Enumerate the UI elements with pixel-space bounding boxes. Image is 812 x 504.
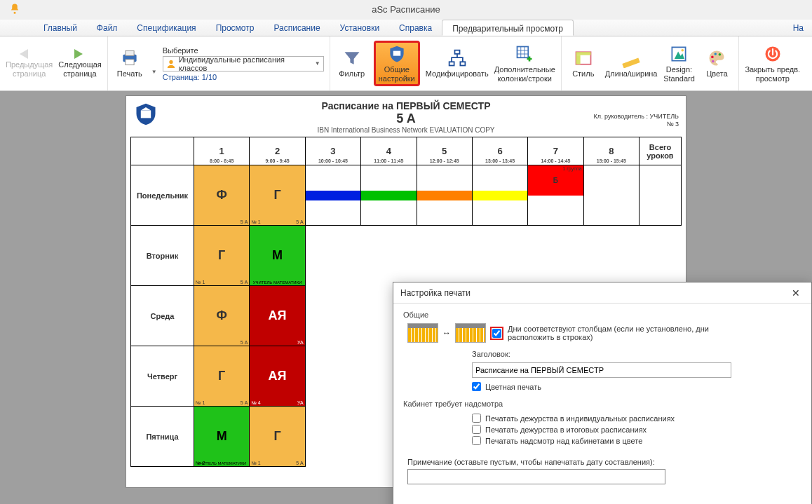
lesson-cell (361, 165, 417, 226)
lesson-cell (305, 165, 360, 226)
tab-view[interactable]: Просмотр (206, 20, 264, 36)
lesson-cell: Ф5 А (194, 286, 250, 346)
svg-point-16 (712, 56, 715, 59)
close-preview-button[interactable]: Закрыть предв. просмотр (745, 44, 800, 83)
printer-icon (120, 48, 140, 68)
style-button[interactable]: Стиль (567, 48, 600, 79)
tab-spec[interactable]: Спецификация (127, 20, 205, 36)
colors-button[interactable]: Цвета (701, 48, 733, 79)
choose-label: Выберите (163, 46, 324, 55)
tab-file[interactable]: Файл (87, 20, 128, 36)
svg-rect-8 (460, 62, 465, 65)
lesson-cell (583, 165, 639, 226)
svg-rect-21 (141, 111, 151, 118)
svg-point-17 (715, 53, 717, 55)
svg-rect-11 (576, 52, 590, 55)
layout-preview-cols-icon (455, 323, 486, 343)
svg-rect-2 (126, 51, 134, 56)
global-settings-button[interactable]: Общие настройки (377, 44, 417, 83)
cb-individual[interactable] (472, 414, 481, 423)
svg-rect-3 (126, 60, 134, 65)
lesson-cell: Ф5 А (194, 165, 250, 226)
page-info: Страница: 1/10 (163, 73, 324, 81)
modify-button[interactable]: Модифицировать (426, 48, 489, 79)
global-settings-highlight: Общие настройки (374, 41, 420, 86)
lesson-cell: Г5 А№ 1 (194, 346, 250, 407)
tab-help[interactable]: Справка (389, 20, 442, 36)
prev-page-button: Предыдущая страница (6, 49, 53, 78)
day-header: Понедельник (131, 165, 194, 226)
lesson-cell (472, 165, 527, 226)
tab-preview[interactable]: Предварительный просмотр (442, 20, 574, 36)
day-header: Пятница (131, 407, 194, 467)
lesson-cell: АЯУА№ 4 (250, 346, 305, 407)
svg-rect-7 (449, 62, 454, 65)
workspace: Расписание на ПЕРВЫЙ СЕМЕСТР 5 A IBN Int… (0, 91, 812, 504)
hierarchy-icon (447, 48, 467, 68)
tab-timetable[interactable]: Расписание (264, 20, 330, 36)
page-title: Расписание на ПЕРВЫЙ СЕМЕСТР (130, 100, 682, 111)
tab-settings[interactable]: Установки (330, 20, 389, 36)
lesson-cell: МУЧИТЕЛЬ МАТЕМАТИКИ (250, 226, 305, 286)
color-print-label: Цветная печать (485, 383, 541, 391)
filter-button[interactable]: Фильтр (336, 48, 368, 79)
total-header: Всего уроков (640, 137, 682, 165)
lesson-cell: Б1 группа (528, 165, 583, 226)
lesson-cell: Г5 А№ 1 (250, 407, 305, 467)
svg-rect-9 (517, 46, 529, 57)
chevron-down-icon: ▼ (315, 60, 320, 67)
tab-main[interactable]: Главный (34, 20, 87, 36)
print-settings-dialog: Настройка печати ✕ Общие ↔ Дни соответст… (393, 282, 812, 504)
svg-point-15 (682, 49, 684, 52)
report-type-combo[interactable]: Индивидуальные расписания классов ▼ (163, 56, 324, 71)
power-icon (763, 44, 783, 64)
day-header: Четверг (131, 346, 194, 407)
print-dropdown-icon[interactable]: ▼ (151, 69, 157, 75)
ruler-icon (621, 48, 641, 68)
svg-point-18 (719, 53, 722, 56)
print-button[interactable]: Печать (114, 48, 146, 79)
layout-icon (574, 48, 593, 68)
tab-right[interactable]: На (783, 20, 812, 36)
lesson-cell (417, 165, 472, 226)
days-as-columns-label: Дни соответствуют столбцам (если не уста… (508, 325, 732, 341)
header-input[interactable] (472, 362, 731, 378)
note-label: Примечание (оставьте пустым, чтобы напеч… (407, 458, 801, 466)
design-icon (669, 44, 689, 64)
section-general: Общие (403, 311, 801, 319)
svg-rect-5 (393, 50, 400, 55)
palette-icon (707, 48, 726, 68)
shield-gear-icon (387, 44, 407, 64)
section-supervision: Кабинет требует надсмотра (403, 400, 801, 408)
dialog-close-button[interactable]: ✕ (787, 285, 804, 301)
app-title: aSc Расписание (372, 4, 440, 15)
svg-rect-12 (576, 55, 580, 64)
extra-cols-button[interactable]: Дополнительные колонки/строки (494, 44, 555, 83)
svg-point-19 (712, 60, 715, 63)
day-header: Среда (131, 286, 194, 346)
header-label: Заголовок: (403, 350, 510, 358)
lesson-cell: Г5 А№ 1 (250, 165, 305, 226)
lesson-cell: АЯУА (250, 286, 305, 346)
note-input[interactable] (407, 469, 665, 484)
user-icon (166, 59, 176, 69)
total-cell (640, 165, 682, 226)
color-print-checkbox[interactable] (472, 382, 481, 391)
cb-color-supervision[interactable] (472, 436, 481, 445)
arrow-right-icon (70, 49, 90, 59)
funnel-icon (342, 48, 362, 68)
design-button[interactable]: Design: Standard (663, 44, 695, 83)
size-button[interactable]: Длина/ширина (605, 48, 658, 79)
arrow-left-icon (20, 49, 39, 59)
ribbon: Предыдущая страница Следующая страница П… (0, 36, 812, 91)
svg-point-4 (169, 60, 172, 63)
svg-point-0 (14, 12, 16, 14)
ribbon-tabs: Главный Файл Спецификация Просмотр Распи… (0, 20, 812, 36)
next-page-button[interactable]: Следующая страница (58, 49, 102, 78)
dialog-title: Настройка печати (400, 288, 471, 298)
title-bar: aSc Расписание (0, 0, 812, 20)
swap-icon: ↔ (442, 328, 451, 338)
days-as-columns-checkbox[interactable] (492, 329, 501, 338)
layout-preview-rows-icon (407, 323, 438, 343)
cb-summary[interactable] (472, 425, 481, 434)
